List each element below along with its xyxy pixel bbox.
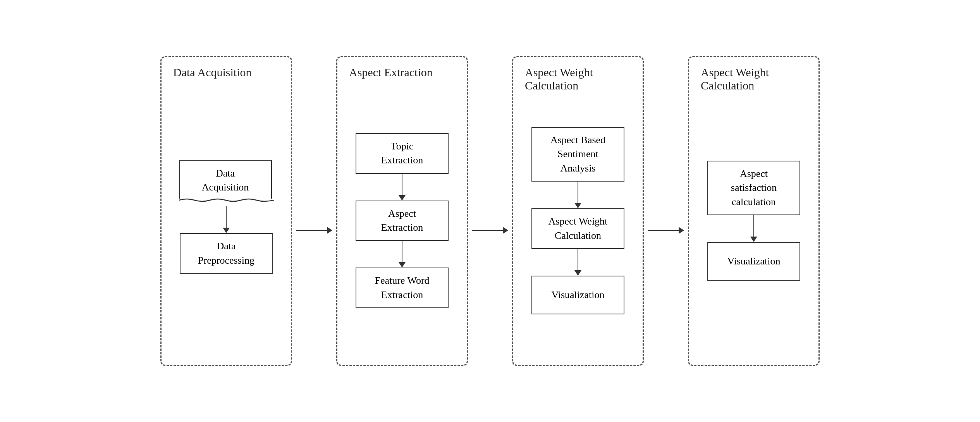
box-aspect-satisfaction: Aspect satisfaction calculation [707, 161, 800, 215]
panel1-title: Data Acquisition [173, 66, 251, 79]
panel-aspect-satisfaction: Aspect Weight Calculation Aspect satisfa… [688, 56, 820, 366]
arrow-right-2 [472, 227, 508, 234]
panel-data-acquisition: Data Acquisition Data Acquisition Data P… [160, 56, 292, 366]
panel4-content: Aspect satisfaction calculation Visualiz… [707, 92, 800, 349]
panel2-content: Topic Extraction Aspect Extraction Featu… [356, 92, 449, 349]
box-aspect-extraction: Aspect Extraction [356, 201, 449, 241]
box-data-acquisition: Data Acquisition [179, 160, 272, 199]
box-aspect-based-sentiment: Aspect Based Sentiment Analysis [531, 127, 624, 182]
main-diagram: Data Acquisition Data Acquisition Data P… [137, 41, 843, 381]
arrow-down-1 [223, 206, 230, 233]
panel1-content: Data Acquisition Data Preprocessing [179, 84, 274, 349]
arrow-down-6 [750, 215, 757, 242]
panel3-content: Aspect Based Sentiment Analysis Aspect W… [531, 92, 624, 349]
arrow-down-4 [574, 182, 581, 208]
panel4-title: Aspect Weight Calculation [701, 66, 769, 92]
panel3-title: Aspect Weight Calculation [525, 66, 593, 92]
arrow-down-3 [399, 241, 406, 268]
box-feature-word-extraction: Feature Word Extraction [356, 268, 449, 308]
box-aspect-weight-calculation: Aspect Weight Calculation [531, 208, 624, 249]
arrow-down-2 [399, 174, 406, 201]
box-visualization-4: Visualization [707, 242, 800, 281]
box-visualization-3: Visualization [531, 276, 624, 314]
arrow-right-1 [296, 227, 332, 234]
panel2-title: Aspect Extraction [349, 66, 433, 79]
box-data-preprocessing: Data Preprocessing [180, 233, 273, 274]
box-topic-extraction: Topic Extraction [356, 133, 449, 174]
arrow-right-3 [648, 227, 684, 234]
arrow-down-5 [574, 249, 581, 276]
panel-aspect-extraction: Aspect Extraction Topic Extraction Aspec… [336, 56, 468, 366]
panel-aspect-weight: Aspect Weight Calculation Aspect Based S… [512, 56, 644, 366]
